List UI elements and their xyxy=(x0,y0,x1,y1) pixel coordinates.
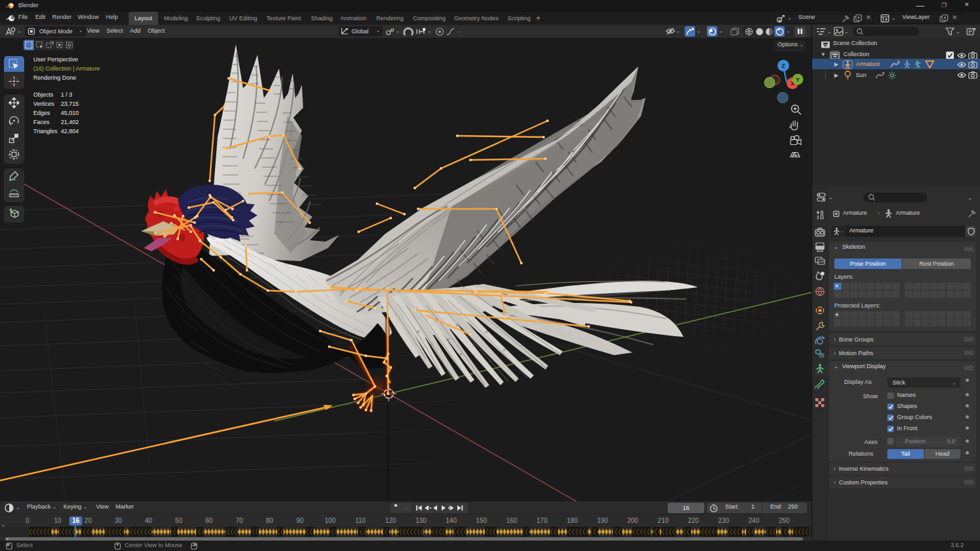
svg-text:Y: Y xyxy=(796,76,800,83)
svg-text:Z: Z xyxy=(781,63,785,69)
